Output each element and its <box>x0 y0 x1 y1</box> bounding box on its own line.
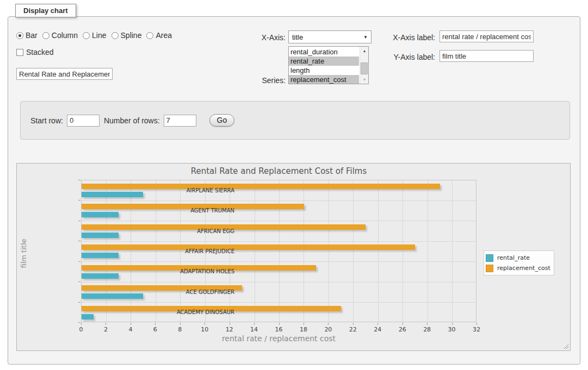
gridline <box>255 180 255 322</box>
radio-label: Area <box>156 31 172 40</box>
radio-icon[interactable] <box>83 32 90 39</box>
x-tick <box>131 323 131 325</box>
fieldset-legend: Display chart <box>15 4 76 17</box>
series-listbox[interactable]: rental_durationrental_ratelengthreplacem… <box>288 46 369 84</box>
chart-type-radio-spline[interactable]: Spline <box>112 31 142 40</box>
x-tick <box>427 323 428 325</box>
chart-legend: rental_ratereplacement_cost <box>484 250 554 275</box>
chart-type-radio-line[interactable]: Line <box>83 31 106 40</box>
x-axis-select[interactable]: title ▼ <box>288 30 372 43</box>
x-tick-label: 32 <box>473 326 480 333</box>
x-tick-label: 20 <box>324 326 332 333</box>
x-axis-title: rental rate / replacement cost <box>81 334 476 343</box>
y-tick <box>78 200 81 200</box>
legend-item-rental_rate: rental_rate <box>486 253 550 263</box>
row-range-panel: Start row: Number of rows: Go <box>20 101 570 140</box>
stacked-checkbox[interactable] <box>16 49 23 56</box>
y-tick <box>78 221 81 221</box>
gridline <box>279 180 280 322</box>
chart-title-input[interactable] <box>16 68 113 80</box>
gridline <box>304 180 304 322</box>
gridline <box>428 180 428 322</box>
gridline <box>82 200 476 201</box>
start-row-label: Start row: <box>30 116 63 125</box>
x-tick <box>304 323 304 325</box>
category-label: AFRICAN EGG <box>197 228 234 234</box>
gridline <box>82 221 476 221</box>
x-tick <box>106 323 106 325</box>
x-tick <box>476 323 477 325</box>
x-tick-label: 10 <box>201 326 208 333</box>
x-axis-label-input[interactable] <box>440 30 534 42</box>
category-label: AIRPLANE SIERRA <box>187 187 234 193</box>
series-option-length[interactable]: length <box>289 66 359 75</box>
bar-replacement_cost <box>82 244 415 250</box>
series-option-rental_duration[interactable]: rental_duration <box>289 47 359 57</box>
scrollbar-thumb[interactable] <box>361 62 368 74</box>
x-tick-label: 12 <box>226 326 233 333</box>
y-tick <box>78 322 81 323</box>
gridline <box>353 180 354 322</box>
radio-icon[interactable] <box>112 32 119 39</box>
gridline <box>378 180 379 322</box>
go-button[interactable]: Go <box>209 114 235 127</box>
chart-type-radio-column[interactable]: Column <box>42 31 78 40</box>
category-label: ADAPTATION HOLES <box>180 268 234 274</box>
y-tick <box>78 281 81 282</box>
x-tick-label: 22 <box>349 326 357 333</box>
plot-area <box>81 180 476 322</box>
series-scrollbar[interactable]: ▲ ▼ <box>360 47 368 84</box>
bar-rental_rate <box>82 212 119 217</box>
series-option-rental_rate[interactable]: rental_rate <box>289 57 359 66</box>
bar-rental_rate <box>82 192 143 197</box>
chart-type-radio-bar[interactable]: Bar <box>16 31 38 40</box>
legend-label: rental_rate <box>497 254 530 261</box>
radio-icon[interactable] <box>42 32 49 39</box>
y-axis-title: film title <box>20 216 28 292</box>
x-tick-label: 30 <box>448 326 456 333</box>
gridline <box>82 261 476 262</box>
radio-icon[interactable] <box>146 32 153 39</box>
chevron-down-icon: ▼ <box>363 35 368 40</box>
x-tick-label: 18 <box>300 326 307 333</box>
x-tick <box>328 323 329 325</box>
chart-type-radio-area[interactable]: Area <box>146 31 172 40</box>
radio-icon[interactable] <box>16 32 23 39</box>
series-list-label: Series: <box>228 76 286 85</box>
legend-label: replacement_cost <box>497 265 550 272</box>
series-option-replacement_cost[interactable]: replacement_cost <box>289 75 359 84</box>
radio-label: Column <box>52 31 78 40</box>
stacked-label: Stacked <box>26 48 54 57</box>
legend-item-replacement_cost: replacement_cost <box>486 263 550 273</box>
x-tick <box>403 323 403 325</box>
radio-label: Line <box>92 31 106 40</box>
y-tick <box>78 261 81 262</box>
num-rows-input[interactable] <box>164 115 196 127</box>
x-tick-label: 14 <box>250 326 258 333</box>
num-rows-label: Number of rows: <box>104 116 160 125</box>
series-options: rental_durationrental_ratelengthreplacem… <box>289 47 359 84</box>
scroll-down-icon[interactable]: ▼ <box>360 76 369 84</box>
radio-label: Bar <box>26 31 38 40</box>
x-tick <box>81 323 82 325</box>
bar-rental_rate <box>82 233 119 238</box>
y-tick <box>78 180 81 180</box>
bar-rental_rate <box>82 253 119 258</box>
resize-grip-icon[interactable] <box>563 343 568 349</box>
x-tick-label: 8 <box>178 326 182 333</box>
x-tick <box>254 323 255 325</box>
scroll-up-icon[interactable]: ▲ <box>360 47 369 55</box>
start-row-input[interactable] <box>67 115 100 127</box>
stacked-checkbox-row[interactable]: Stacked <box>16 48 54 57</box>
y-axis-label-input[interactable] <box>440 50 534 62</box>
x-tick <box>230 323 230 325</box>
x-axis-label-caption: X-Axis label: <box>375 33 435 42</box>
chart-type-radio-group: BarColumnLineSplineArea <box>16 31 177 40</box>
x-tick <box>180 323 181 325</box>
radio-label: Spline <box>121 31 142 40</box>
x-tick-label: 24 <box>374 326 381 333</box>
x-tick <box>452 323 453 325</box>
x-tick-label: 0 <box>79 326 83 333</box>
x-axis-select-label: X-Axis: <box>228 33 286 42</box>
gridline <box>452 180 453 322</box>
